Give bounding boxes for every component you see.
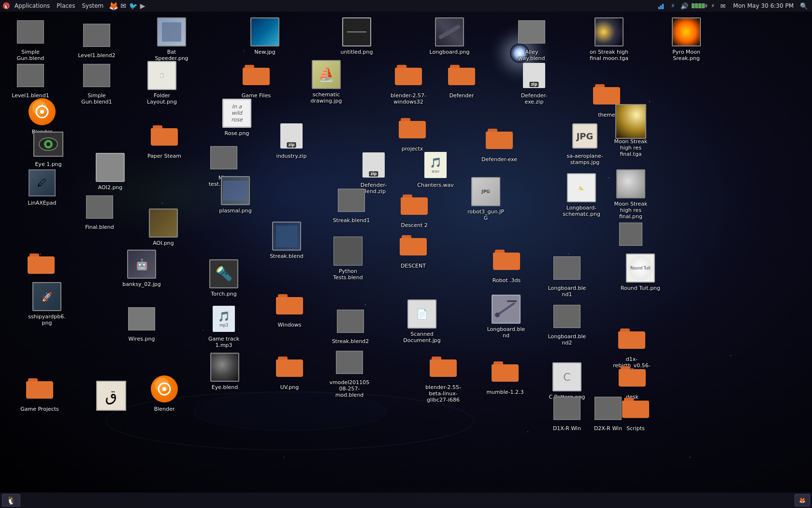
icon-new-jpg[interactable]: New.jpg [243, 16, 287, 56]
icon-moon-streak-right[interactable]: Moon Streak high res final.tga [607, 106, 655, 158]
gray-small-img [619, 223, 642, 246]
icon-windows[interactable]: Windows [268, 289, 311, 329]
icon-round-tuit[interactable]: Round Tuit Round Tuit.png [619, 253, 662, 292]
icon-longboard-blend[interactable]: Longboard.blend [484, 294, 528, 339]
icon-blender-257[interactable]: blender-2.57-windows32 [387, 60, 430, 105]
icon-game-projects[interactable]: Game Projects [18, 374, 61, 413]
icon-gray-small[interactable] [609, 219, 652, 252]
icon-banksy[interactable]: 🤖 banksy_02.jpg [120, 249, 163, 288]
icon-schematic[interactable]: ⛵ schematic drawing.jpg [304, 59, 348, 105]
distro-logo[interactable]: 🐧 [2, 1, 11, 10]
icon-blender-255[interactable]: blender-2.55-beta-linux-glibc27-i686 [421, 352, 465, 404]
icon-plasmal[interactable]: plasmal.png [214, 175, 257, 214]
icon-scanned-doc[interactable]: 📄 Scanned Document.jpg [400, 299, 444, 344]
network-icon[interactable] [657, 1, 666, 10]
paper-steam-img [151, 125, 178, 147]
bottom-taskbar-btn[interactable]: 🐧 [2, 494, 20, 507]
icon-paper-steam[interactable]: Paper Steam [143, 120, 186, 160]
icon-arabic-char[interactable]: ق [89, 380, 133, 413]
icon-aoi2[interactable]: AOI2.png [88, 152, 132, 191]
icon-longboard-blend1[interactable]: Longboard.blend1 [545, 253, 589, 298]
icon-rose[interactable]: In a wild rose Rose.png [215, 98, 259, 137]
icon-game-files[interactable]: Game Files [234, 60, 278, 99]
launcher-icon[interactable]: ▶ [138, 1, 147, 10]
icon-pyro-moon[interactable]: Pyro Moon Sreak.png [665, 16, 708, 62]
icon-wires[interactable]: Wires.png [120, 303, 163, 343]
firefox-icon[interactable]: 🦊 [109, 1, 118, 10]
icon-uv-png[interactable]: UV.png [268, 352, 311, 391]
icon-descent2[interactable]: Descent 2 [392, 190, 436, 229]
icon-aoi-png[interactable]: AOI.png [142, 208, 185, 247]
email-notification[interactable]: ✉ [719, 1, 727, 10]
icon-d1x-r-win[interactable]: D1X-R Win [545, 393, 589, 432]
icon-streak-blend1[interactable]: Streak.blend1 [330, 185, 373, 224]
round-tuit-img: Round Tuit [626, 254, 655, 283]
icon-bat-speeder[interactable]: Bat Speeder.png [150, 16, 193, 62]
round-tuit-label: Round Tuit.png [619, 284, 662, 292]
icon-game-track[interactable]: 🎵 mp3 Game track 1.mp3 [202, 303, 246, 349]
icon-projectx[interactable]: projectx [391, 113, 434, 152]
untitled-png-label: untitled.png [339, 48, 375, 56]
places-menu[interactable]: Places [54, 1, 78, 10]
defender-exe-zip-img: zip [523, 63, 545, 88]
scripts-label: Scripts [625, 425, 646, 432]
icon-streak-blend2[interactable]: Streak.blend2 [329, 306, 372, 345]
icon-blender2[interactable]: Blender [143, 374, 186, 413]
game-projects-label: Game Projects [19, 405, 60, 413]
icon-vmodel[interactable]: vmodel20110508-257-mod.blend [328, 347, 371, 399]
icon-industry-zip[interactable]: zip industry.zip [270, 120, 313, 160]
icon-longboard-png[interactable]: Longboard.png [428, 16, 471, 56]
bottom-firefox-icon[interactable]: 🦊 [795, 494, 810, 507]
icon-torch[interactable]: 🔦 Torch.png [202, 258, 246, 298]
icon-untitled-png[interactable]: untitled.png [335, 16, 378, 56]
icon-defender-exe-zip[interactable]: zip Defender-exe.zip [512, 60, 556, 105]
icon-sshipyard[interactable]: 🚀 sshipyardpb6.png [25, 281, 69, 327]
uv-png-label: UV.png [279, 384, 301, 391]
scanned-doc-label: Scanned Document.jpg [400, 330, 444, 344]
icon-sa-aeroplane[interactable]: JPG sa-aeroplane-stamps.jpg [563, 120, 607, 166]
system-menu[interactable]: System [79, 1, 106, 10]
icon-folder-layout[interactable]: 📋 Folder Layout.png [140, 60, 184, 105]
longboard-blend1-img [553, 256, 580, 280]
icon-final-blend[interactable]: Final.blend [78, 192, 121, 231]
icon-eye-png[interactable]: Eye 1.png [27, 129, 70, 168]
streak-blend1-img [338, 189, 365, 212]
bluetooth-icon[interactable]: ⚡ [668, 1, 677, 10]
icon-scripts[interactable]: Scripts [614, 393, 657, 432]
power-icon[interactable]: ⚡ [711, 3, 715, 9]
icon-simple-gun-blend1[interactable]: Simple Gun.blend1 [75, 60, 118, 105]
game-track-img: 🎵 mp3 [213, 306, 235, 332]
mail-icon[interactable]: ✉ [119, 1, 128, 10]
longboard-schematic-label: Longboard-schematc.png [560, 204, 603, 218]
search-icon[interactable]: 🔍 [799, 1, 808, 10]
icon-level1-blend2[interactable]: Level1.blend2 [75, 20, 118, 59]
icon-chanters-wav[interactable]: 🎵 wav Chanters.wav [414, 149, 457, 189]
icon-robot-3ds[interactable]: Robot .3ds [485, 245, 528, 284]
mist-test-img [210, 146, 237, 169]
icon-defender-exe-folder[interactable]: Defender-exe [478, 124, 521, 163]
icon-alley-way-blend[interactable]: Alley way.blend [510, 16, 553, 62]
icon-simple-gun-blend[interactable]: Simple Gun.blend [9, 16, 52, 62]
icon-moon-streak-final[interactable]: Moon Streak high res final.png [609, 168, 652, 221]
icon-defender[interactable]: Defender [440, 60, 483, 99]
icon-longboard-schematic[interactable]: 📐 Longboard-schematc.png [560, 172, 603, 218]
icon-eye-blend[interactable]: Eye.blend [203, 352, 246, 391]
icon-streak-blend[interactable]: Streak.blend [265, 221, 308, 260]
pidgin-icon[interactable]: 🐦 [129, 1, 137, 10]
icon-python-tests-blend[interactable]: Python Tests.blend [326, 236, 370, 281]
icon-longboard-blend2[interactable]: Longboard.blend2 [545, 301, 589, 346]
linaxepad-img: 🖊 [29, 169, 56, 196]
icon-descent[interactable]: DESCENT [392, 230, 435, 269]
icon-mumble[interactable]: mumble-1.2.3 [483, 357, 527, 396]
icon-linaxepad[interactable]: 🖊 LinAXEpad [20, 167, 64, 207]
applications-menu[interactable]: Applications [12, 1, 53, 10]
chanters-wav-img: 🎵 wav [424, 152, 447, 178]
volume-icon[interactable]: 🔊 [680, 1, 689, 10]
streak-blend-img [272, 222, 301, 251]
icon-robot3-gun[interactable]: JPG robot3_gun.JPG [464, 176, 508, 222]
game-projects-img [26, 378, 53, 400]
icon-on-streak-high[interactable]: on Streak high final moon.tga [585, 16, 633, 62]
projectx-img [399, 118, 426, 139]
icon-level1-blend1[interactable]: Level1.blend1 [9, 60, 52, 99]
level1-blend2-img [83, 24, 110, 47]
